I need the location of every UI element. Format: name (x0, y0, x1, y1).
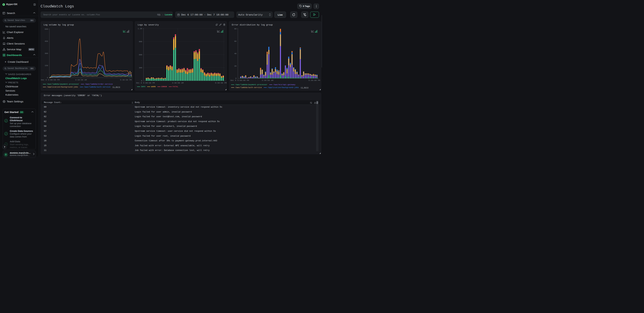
svg-text:900: 900 (139, 41, 142, 43)
svg-text:150: 150 (44, 65, 48, 67)
svg-text:0: 0 (236, 77, 237, 79)
svg-text:80: 80 (234, 28, 236, 30)
svg-text:3:30:00 AM: 3:30:00 AM (262, 79, 273, 81)
svg-text:300: 300 (44, 52, 48, 54)
svg-text:5:30:00 PM: 5:30:00 PM (120, 79, 132, 81)
svg-text:20: 20 (234, 65, 236, 67)
svg-text:300: 300 (139, 67, 142, 69)
svg-text:5:30:00 PM: 5:30:00 PM (308, 79, 320, 81)
svg-text:3:30:00 AM: 3:30:00 AM (172, 82, 184, 84)
svg-text:600: 600 (44, 28, 48, 30)
svg-text:0: 0 (141, 80, 142, 82)
svg-text:1.2K: 1.2K (138, 28, 142, 30)
svg-text:5:30:00 PM: 5:30:00 PM (215, 82, 227, 84)
svg-text:Dec 6 5:00:00 PM: Dec 6 5:00:00 PM (136, 82, 155, 84)
svg-text:Dec 6 5:00:00 PM: Dec 6 5:00:00 PM (41, 79, 60, 81)
svg-text:600: 600 (139, 54, 142, 56)
svg-text:0: 0 (47, 77, 48, 79)
svg-text:60: 60 (234, 40, 236, 42)
svg-text:Dec 6 5:00:00 PM: Dec 6 5:00:00 PM (230, 79, 249, 81)
svg-text:450: 450 (44, 40, 48, 42)
svg-text:3:30:00 AM: 3:30:00 AM (75, 79, 87, 81)
svg-text:40: 40 (234, 53, 236, 55)
